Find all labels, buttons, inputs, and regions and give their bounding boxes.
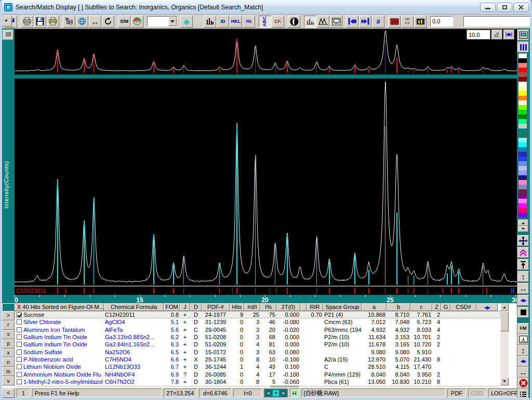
- palette-color-12[interactable]: [518, 110, 527, 114]
- column-header-z[interactable]: Z: [432, 303, 441, 311]
- palette-color-32[interactable]: [518, 203, 527, 208]
- column-header-chemical-formula[interactable]: Chemical Formula: [104, 303, 164, 311]
- column-header-c[interactable]: c: [410, 303, 432, 311]
- range-start-button[interactable]: [346, 16, 358, 28]
- phase-checkbox[interactable]: [17, 334, 22, 340]
- report-tree-button[interactable]: [63, 16, 75, 28]
- range-end-button[interactable]: [359, 16, 371, 28]
- palette-color-24[interactable]: [518, 166, 527, 171]
- column-header-b[interactable]: b: [387, 303, 410, 311]
- palette-color-21[interactable]: [518, 152, 527, 157]
- table-row[interactable]: Aluminum Iron TantalumAlFeTa5.6+C29-0045…: [15, 326, 500, 333]
- column-header-space-group[interactable]: Space Group: [323, 303, 362, 311]
- report-combo[interactable]: [463, 16, 532, 27]
- cf-button[interactable]: CF.: [272, 16, 284, 28]
- palette-color-10[interactable]: [518, 100, 527, 105]
- palette-color-17[interactable]: [518, 133, 527, 138]
- fm-sort-button[interactable]: FM: [517, 323, 529, 334]
- phase-checkbox[interactable]: [17, 379, 22, 384]
- vscale-spinner[interactable]: [193, 16, 200, 27]
- red-bars-button[interactable]: [388, 16, 401, 28]
- table-row[interactable]: SucroseC12H220110.8+D24-1977925750.0000.…: [15, 311, 500, 318]
- minimize-button[interactable]: [480, 3, 496, 12]
- expand-vertical-button[interactable]: ↕: [517, 345, 529, 356]
- row-mode-button-s[interactable]: s: [2, 330, 15, 339]
- palette-color-13[interactable]: [518, 114, 527, 119]
- palette-color-31[interactable]: [518, 199, 527, 203]
- column-header-a[interactable]: a: [362, 303, 387, 311]
- palette-color-26[interactable]: [518, 175, 527, 180]
- palette-color-19[interactable]: [518, 143, 527, 147]
- column-header-j[interactable]: J: [180, 303, 190, 311]
- overlay-chart-button[interactable]: [304, 16, 316, 28]
- compress-x2-button[interactable]: ◀▶: [517, 356, 529, 367]
- palette-color-14[interactable]: [518, 119, 527, 124]
- palette-color-1[interactable]: [518, 58, 527, 63]
- report-button[interactable]: [517, 389, 529, 399]
- column-header-pdf-[interactable]: PDF-#: [202, 303, 230, 311]
- search-match-button[interactable]: S/M: [118, 16, 130, 28]
- column-header-d[interactable]: D: [190, 303, 202, 311]
- expand-up-button[interactable]: [517, 247, 529, 258]
- scan-combo-arrow[interactable]: [168, 17, 177, 26]
- hkl-labels-button[interactable]: HKL: [230, 16, 242, 28]
- scan-combo[interactable]: [147, 16, 177, 27]
- save-button[interactable]: [34, 16, 46, 28]
- two-theta-zero-button[interactable]: ΠΠ0.0: [401, 16, 414, 28]
- diamond-button[interactable]: ◆: [180, 16, 193, 28]
- phase-checkbox[interactable]: [17, 312, 22, 317]
- palette-color-3[interactable]: [518, 68, 527, 72]
- phase-checkbox[interactable]: [17, 372, 22, 377]
- column-header-hits[interactable]: Hits: [230, 303, 244, 311]
- palette-spinner[interactable]: [518, 220, 528, 232]
- table-vertical-scrollbar[interactable]: [500, 303, 509, 385]
- palette-color-25[interactable]: [518, 171, 527, 175]
- yellow-bars-button[interactable]: [414, 16, 427, 28]
- peaks-display-button[interactable]: [204, 16, 216, 28]
- row-mode-button-v[interactable]: v: [2, 376, 15, 385]
- column-header-i-[interactable]: I%: [260, 303, 276, 311]
- column-header-g[interactable]: G: [441, 303, 450, 311]
- table-row[interactable]: Gallium Indium Tin OxideGa2.84In1.16Sn2.…: [15, 341, 500, 348]
- phase-checkbox[interactable]: [17, 319, 22, 325]
- pause-icon[interactable]: ||: [511, 288, 515, 293]
- scroll-up-button[interactable]: [500, 303, 509, 311]
- stretch-horizontal-button[interactable]: ↔: [517, 283, 529, 294]
- column-header-rir[interactable]: RIR: [307, 303, 323, 311]
- palette-color-16[interactable]: [518, 128, 527, 133]
- palette-color-9[interactable]: [518, 96, 527, 100]
- palette-color-2[interactable]: [518, 63, 527, 68]
- full-range-button[interactable]: [503, 30, 514, 40]
- stretch-vertical-button[interactable]: ↕: [517, 271, 529, 282]
- row-mode-button-x[interactable]: x: [2, 349, 15, 358]
- palette-color-11[interactable]: [518, 105, 527, 110]
- contrast-button[interactable]: [288, 16, 300, 28]
- column-header-2t-0-[interactable]: 2T(0): [276, 303, 300, 311]
- palette-color-0[interactable]: [518, 54, 527, 58]
- column-header-fom[interactable]: FOM: [164, 303, 180, 311]
- palette-color-15[interactable]: [518, 124, 527, 128]
- panel-menu-button[interactable]: [3, 30, 14, 40]
- palette-color-6[interactable]: [518, 82, 527, 86]
- table-row[interactable]: 1-Methyl-2-nitro-5-vinylimidazoleC6H7N2O…: [15, 378, 500, 385]
- palette-scroll-down[interactable]: [518, 226, 528, 232]
- print-report-button[interactable]: [47, 16, 59, 28]
- row-mode-button-m[interactable]: m: [2, 367, 15, 376]
- palette-color-7[interactable]: [518, 86, 527, 91]
- column-header-40-hits-sorted-on-figure-of-m-[interactable]: X40 Hits Sorted on Figure-Of-M...: [15, 303, 104, 311]
- stop-button[interactable]: [517, 307, 529, 318]
- table-row[interactable]: Ammonium Niobium Oxide Flu...NH4NbOF46.9…: [15, 370, 500, 378]
- palette-color-20[interactable]: [518, 147, 527, 152]
- peak-window-button[interactable]: [517, 334, 529, 345]
- grid-button[interactable]: #: [372, 16, 384, 28]
- nav-next-button[interactable]: >: [280, 390, 286, 396]
- log-toggle[interactable]: LOG=OFF: [488, 389, 520, 397]
- phase-checkbox[interactable]: [17, 357, 22, 362]
- main-chart[interactable]: [15, 79, 517, 286]
- overview-zoom-input[interactable]: [467, 30, 490, 40]
- palette-color-34[interactable]: [518, 213, 527, 217]
- scroll-down-button[interactable]: [500, 378, 509, 385]
- column-header--d-i[interactable]: #d/I: [244, 303, 260, 311]
- palette-color-22[interactable]: [518, 157, 527, 161]
- preview-window-button[interactable]: [330, 16, 342, 28]
